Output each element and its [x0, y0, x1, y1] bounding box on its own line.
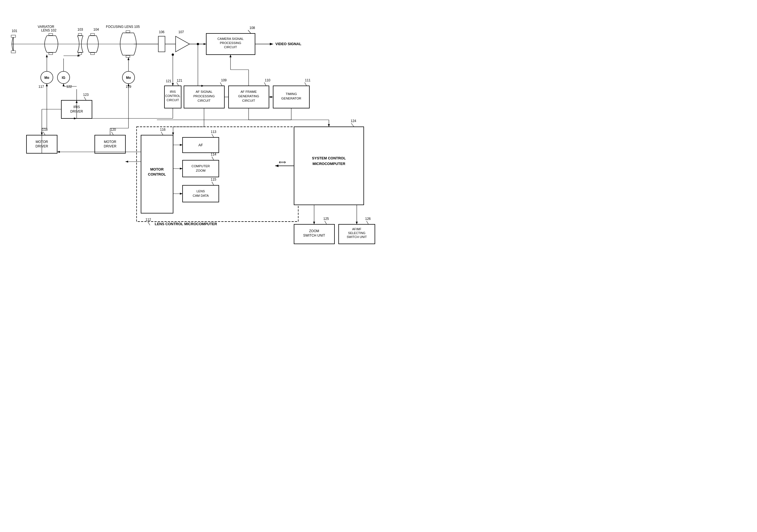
- label-af-frame-1: AF FRAME: [241, 90, 257, 93]
- svg-rect-44: [183, 185, 219, 202]
- label-video-signal: VIDEO SIGNAL: [275, 42, 301, 46]
- svg-rect-9: [49, 33, 53, 35]
- ref-114: 114: [211, 152, 216, 156]
- label-af-signal-3: CIRCUIT: [197, 99, 211, 102]
- svg-point-65: [197, 43, 199, 45]
- svg-line-35: [177, 82, 179, 86]
- ref-121: 121: [177, 78, 182, 82]
- label-iris-control-2: CONTROL: [165, 94, 180, 98]
- label-afmf-3: SWITCH UNIT: [347, 235, 367, 239]
- ref-108: 108: [250, 26, 255, 30]
- label-system-2: MICROCOMPUTER: [313, 162, 345, 166]
- svg-line-37: [148, 222, 150, 225]
- svg-rect-18: [91, 53, 95, 55]
- ref-126: 126: [365, 217, 371, 221]
- svg-rect-23: [158, 36, 165, 52]
- ref-123: 123: [83, 93, 89, 97]
- ref-121-pos: 121: [166, 79, 171, 83]
- label-zoom-switch-2: SWITCH UNIT: [303, 234, 325, 237]
- label-af-signal-1: AF SIGNAL: [196, 90, 213, 93]
- label-lens-cam-1: LENS: [197, 190, 205, 193]
- svg-line-51: [111, 132, 113, 135]
- svg-rect-21: [126, 31, 130, 33]
- bidirectional-arrow: ⟺: [279, 160, 286, 165]
- label-mo-117: Mo: [44, 76, 49, 80]
- label-camera-signal-2: PROCESSING: [220, 41, 241, 44]
- svg-rect-42: [183, 160, 219, 177]
- filter-106: 106: [158, 30, 165, 52]
- box-108: CAMERA SIGNAL PROCESSING CIRCUIT 108: [206, 26, 255, 55]
- motor-122: IG 122: [57, 71, 72, 89]
- label-motor-control-2: CONTROL: [148, 172, 166, 176]
- box-110: AF FRAME GENERATING CIRCUIT 110: [228, 78, 270, 108]
- svg-line-39: [161, 132, 163, 135]
- svg-line-29: [220, 82, 222, 86]
- label-mo-119: Mo: [126, 76, 131, 80]
- lens-102: VARIATOR LENS 102: [38, 25, 58, 55]
- label-af-frame-3: CIRCUIT: [242, 99, 255, 102]
- label-af-signal-2: PROCESSING: [194, 95, 215, 98]
- label-timing-2: GENERATOR: [281, 97, 301, 100]
- label-107: 107: [178, 30, 184, 34]
- label-ig-122: IG: [62, 76, 66, 80]
- ref-116: 116: [160, 128, 166, 132]
- label-lens-control: LENS CONTROL MICROCOMPUTER: [155, 222, 217, 226]
- label-zoom-switch-1: ZOOM: [309, 229, 319, 233]
- label-motor-control-1: MOTOR: [150, 167, 164, 171]
- ref-125: 125: [323, 217, 329, 221]
- box-115: LENS CAM DATA 115: [183, 178, 219, 202]
- ref-124: 124: [350, 119, 356, 123]
- box-114: COMPUTER ZOOM 114: [183, 152, 219, 177]
- box-113: AF 113: [183, 130, 219, 153]
- svg-marker-24: [176, 36, 190, 52]
- svg-rect-6: [11, 51, 15, 53]
- ref-110: 110: [265, 78, 270, 82]
- label-103: 103: [77, 28, 83, 32]
- label-variator: VARIATOR: [38, 25, 54, 29]
- ref-122: 122: [66, 85, 72, 89]
- svg-line-47: [351, 123, 354, 127]
- svg-line-55: [325, 221, 327, 224]
- box-124: SYSTEM CONTROL MICROCOMPUTER 124: [294, 119, 364, 205]
- svg-line-53: [84, 97, 86, 100]
- lens-104: 104: [87, 28, 99, 55]
- svg-line-31: [264, 82, 266, 86]
- box-116: MOTOR CONTROL 116: [141, 128, 173, 213]
- svg-line-57: [367, 221, 369, 224]
- label-af-frame-2: GENERATING: [238, 95, 259, 98]
- lens-105: FOCUSING LENS 105: [106, 25, 140, 57]
- label-motor-driver-120-2: DRIVER: [104, 144, 116, 148]
- box-109: AF SIGNAL PROCESSING CIRCUIT 109: [184, 78, 227, 108]
- motor-117: Mo 117: [39, 71, 53, 89]
- label-timing-1: TIMING: [286, 92, 297, 96]
- ref-113: 113: [211, 130, 216, 134]
- svg-line-33: [305, 82, 307, 86]
- svg-rect-17: [91, 33, 95, 35]
- svg-line-26: [248, 30, 251, 33]
- svg-point-67: [172, 53, 174, 56]
- ref-117: 117: [39, 85, 44, 89]
- svg-rect-46: [294, 127, 364, 205]
- label-af: AF: [198, 143, 203, 147]
- svg-rect-13: [78, 33, 82, 35]
- label-computer-zoom-2: ZOOM: [196, 169, 206, 172]
- svg-line-41: [212, 134, 214, 137]
- svg-line-49: [43, 132, 45, 135]
- svg-rect-14: [78, 53, 82, 55]
- label-iris-control-1: IRIS: [170, 90, 176, 93]
- label-104: 104: [93, 28, 99, 32]
- label-106: 106: [159, 30, 165, 34]
- svg-line-45: [212, 182, 214, 185]
- svg-line-43: [212, 157, 214, 160]
- label-lens102: LENS 102: [41, 28, 57, 32]
- label-camera-signal-3: CIRCUIT: [224, 45, 237, 49]
- box-111: TIMING GENERATOR 111: [273, 78, 311, 108]
- label-lens-cam-2: CAM DATA: [193, 194, 209, 197]
- label-iris-control-3: CIRCUIT: [167, 98, 179, 102]
- label-system-1: SYSTEM CONTROL: [312, 156, 346, 160]
- svg-rect-10: [49, 53, 53, 55]
- ref-109: 109: [221, 78, 227, 82]
- svg-rect-5: [11, 35, 15, 37]
- label-focusing: FOCUSING LENS 105: [106, 25, 140, 29]
- lens-101: 101: [11, 29, 17, 53]
